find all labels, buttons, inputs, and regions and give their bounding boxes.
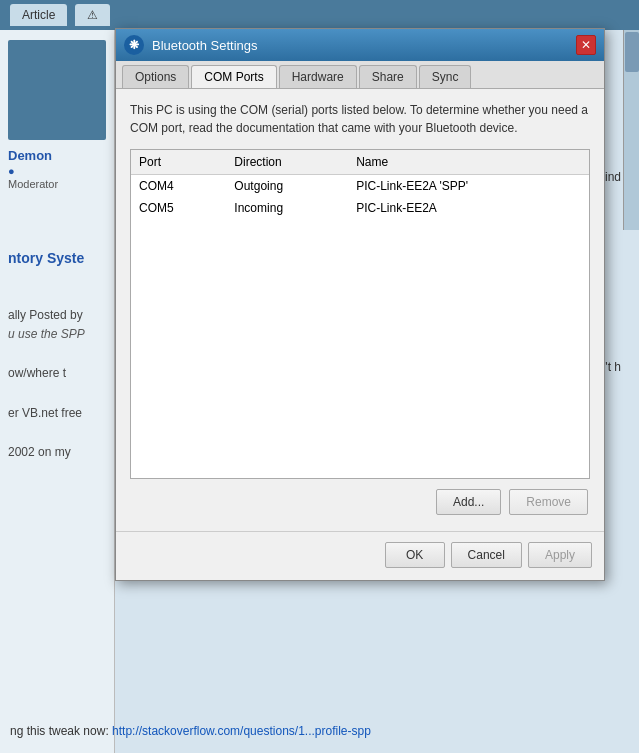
top-bar: Article ⚠ <box>0 0 639 30</box>
table-row[interactable]: COM4 Outgoing PIC-Link-EE2A 'SPP' <box>131 175 589 198</box>
name-cell: PIC-Link-EE2A <box>348 197 589 219</box>
article-tab[interactable]: Article <box>10 4 67 26</box>
bg-right-text2: 't h <box>605 360 621 374</box>
tab-sync[interactable]: Sync <box>419 65 472 88</box>
ok-button[interactable]: OK <box>385 542 445 568</box>
dialog-body: This PC is using the COM (serial) ports … <box>116 89 604 531</box>
col-header-name: Name <box>348 150 589 175</box>
direction-cell: Incoming <box>226 197 348 219</box>
ports-table-container: Port Direction Name COM4 Outgoing PIC-Li… <box>130 149 590 479</box>
tab-share[interactable]: Share <box>359 65 417 88</box>
tab-hardware[interactable]: Hardware <box>279 65 357 88</box>
bluetooth-settings-dialog: ❋ Bluetooth Settings ✕ Options COM Ports… <box>115 28 605 581</box>
port-cell: COM5 <box>131 197 226 219</box>
cancel-button[interactable]: Cancel <box>451 542 522 568</box>
remove-button[interactable]: Remove <box>509 489 588 515</box>
dialog-title: Bluetooth Settings <box>152 38 258 53</box>
tab-options[interactable]: Options <box>122 65 189 88</box>
close-button[interactable]: ✕ <box>576 35 596 55</box>
titlebar: ❋ Bluetooth Settings ✕ <box>116 29 604 61</box>
scrollbar[interactable] <box>623 30 639 230</box>
username: Demon <box>8 148 106 163</box>
add-button[interactable]: Add... <box>436 489 501 515</box>
dialog-footer: OK Cancel Apply <box>116 531 604 580</box>
bg-text: ally Posted by u use the SPP ow/where t … <box>8 306 106 462</box>
user-badge: ● <box>8 165 15 177</box>
user-role: Moderator <box>8 178 106 190</box>
bg-bottom-link: ng this tweak now: http://stackoverflow.… <box>0 724 639 738</box>
col-header-direction: Direction <box>226 150 348 175</box>
stackoverflow-link[interactable]: http://stackoverflow.com/questions/1...p… <box>112 724 371 738</box>
name-cell: PIC-Link-EE2A 'SPP' <box>348 175 589 198</box>
section-title: ntory Syste <box>8 250 106 266</box>
direction-cell: Outgoing <box>226 175 348 198</box>
table-row[interactable]: COM5 Incoming PIC-Link-EE2A <box>131 197 589 219</box>
warning-tab: ⚠ <box>75 4 110 26</box>
user-panel: Demon ● Moderator ntory Syste ally Poste… <box>0 30 115 753</box>
tab-bar: Options COM Ports Hardware Share Sync <box>116 61 604 89</box>
tab-com-ports[interactable]: COM Ports <box>191 65 276 88</box>
titlebar-left: ❋ Bluetooth Settings <box>124 35 258 55</box>
port-cell: COM4 <box>131 175 226 198</box>
apply-button[interactable]: Apply <box>528 542 592 568</box>
bluetooth-icon: ❋ <box>124 35 144 55</box>
col-header-port: Port <box>131 150 226 175</box>
description-text: This PC is using the COM (serial) ports … <box>130 101 590 137</box>
table-buttons: Add... Remove <box>130 489 590 515</box>
ports-table: Port Direction Name COM4 Outgoing PIC-Li… <box>131 150 589 219</box>
